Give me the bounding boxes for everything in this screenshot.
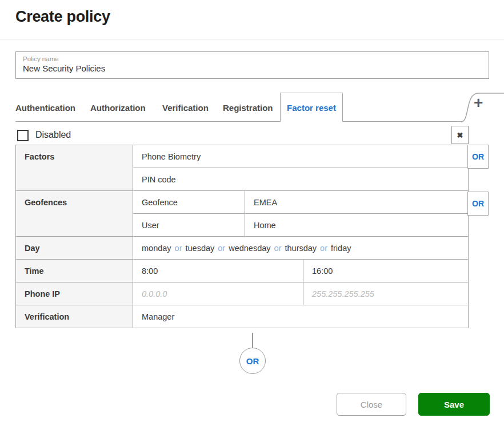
geofence-type-1[interactable]: Geofence (133, 191, 245, 214)
geofences-or-badge[interactable]: OR (467, 192, 489, 216)
or-separator: or (320, 244, 327, 253)
tabbar-underline-right (343, 121, 463, 122)
factor-value-2[interactable]: PIN code (133, 168, 469, 191)
or-separator: or (218, 244, 225, 253)
day-value-2[interactable]: tuesday (186, 244, 215, 253)
time-label: Time (16, 260, 133, 282)
day-values[interactable]: mondayortuesdayorwednesdayorthursdayorfr… (133, 237, 469, 260)
or-connector-line (252, 333, 253, 348)
verification-value[interactable]: Manager (133, 305, 469, 328)
verification-label: Verification (16, 305, 133, 328)
tabbar-underline-left (15, 121, 280, 122)
policy-name-field[interactable]: Policy name New Security Policies (15, 51, 489, 79)
phone-ip-to-input[interactable] (312, 289, 460, 298)
factor-value-1[interactable]: Phone Biometry (133, 145, 469, 168)
close-button[interactable]: Close (337, 393, 406, 416)
tab-authentication[interactable]: Authentication (15, 103, 75, 113)
policy-name-label: Policy name (23, 55, 482, 62)
tab-factor-reset[interactable]: Factor reset (280, 93, 343, 122)
factors-or-badge[interactable]: OR (467, 145, 489, 169)
tab-verification[interactable]: Verification (162, 103, 209, 113)
geofence-value-1[interactable]: EMEA (245, 191, 469, 214)
day-value-3[interactable]: wednesday (229, 244, 270, 253)
close-icon[interactable]: ✖ (451, 126, 469, 144)
table-row: Verification Manager (16, 305, 469, 328)
table-row: Geofences Geofence EMEA (16, 191, 469, 214)
disabled-checkbox[interactable] (17, 130, 29, 141)
disabled-checkbox-label: Disabled (35, 130, 71, 140)
page-title: Create policy (15, 8, 110, 26)
geofence-value-2[interactable]: Home (245, 214, 469, 237)
day-value-5[interactable]: friday (331, 244, 351, 253)
day-value-4[interactable]: thursday (285, 244, 317, 253)
or-separator: or (175, 244, 182, 253)
phone-ip-label: Phone IP (16, 282, 133, 305)
add-tab-icon[interactable]: + (474, 95, 483, 111)
conditions-table: Factors Phone Biometry PIN code Geofence… (15, 145, 469, 328)
header-divider (0, 39, 504, 39)
phone-ip-to-cell (303, 282, 469, 305)
geofence-type-2[interactable]: User (133, 214, 245, 237)
policy-name-value[interactable]: New Security Policies (23, 63, 482, 73)
or-connector-circle[interactable]: OR (239, 348, 266, 374)
save-button[interactable]: Save (418, 393, 490, 416)
tab-registration[interactable]: Registration (223, 103, 273, 113)
factors-label: Factors (16, 145, 133, 191)
table-row: Day mondayortuesdayorwednesdayorthursday… (16, 237, 469, 260)
table-row: Factors Phone Biometry (16, 145, 469, 168)
day-label: Day (16, 237, 133, 260)
table-row: Time 8:00 16:00 (16, 260, 469, 282)
phone-ip-from-cell (133, 282, 303, 305)
or-separator: or (274, 244, 282, 253)
time-from[interactable]: 8:00 (133, 260, 303, 282)
phone-ip-from-input[interactable] (142, 289, 295, 298)
table-row: Phone IP (16, 282, 469, 305)
time-to[interactable]: 16:00 (303, 260, 469, 282)
geofences-label: Geofences (16, 191, 133, 237)
tab-authorization[interactable]: Authorization (90, 103, 146, 113)
day-value-1[interactable]: monday (142, 244, 171, 253)
